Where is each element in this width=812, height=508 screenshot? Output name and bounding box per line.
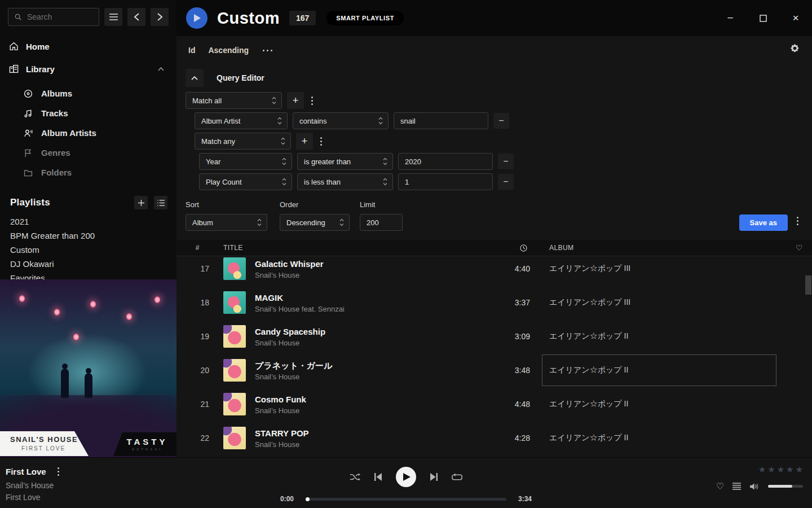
- add-rule-button[interactable]: +: [296, 133, 313, 150]
- chevron-up-icon[interactable]: [158, 67, 164, 71]
- column-album[interactable]: ALBUM: [530, 244, 786, 252]
- rule-operator-select[interactable]: is less than: [297, 173, 393, 190]
- star-icon[interactable]: ★: [796, 465, 803, 475]
- maximize-button[interactable]: [754, 10, 771, 27]
- shuffle-button[interactable]: [350, 473, 360, 481]
- rule-field-select[interactable]: Year: [199, 153, 292, 170]
- star-icon[interactable]: ★: [786, 465, 793, 475]
- save-as-button[interactable]: Save as: [739, 214, 788, 231]
- add-playlist-button[interactable]: [134, 196, 148, 209]
- track-duration: 4:28: [483, 433, 530, 443]
- now-playing-menu-icon[interactable]: [55, 465, 61, 478]
- save-menu-icon[interactable]: [795, 214, 801, 231]
- play-button[interactable]: [396, 467, 416, 487]
- next-button[interactable]: [430, 473, 438, 481]
- rule-value-input[interactable]: [398, 153, 493, 170]
- group-menu-icon[interactable]: [318, 135, 324, 148]
- sidebar-item-albums[interactable]: Albums: [0, 84, 176, 103]
- sort-select[interactable]: Album: [186, 214, 267, 231]
- order-select[interactable]: Descending: [280, 214, 350, 231]
- sort-field-link[interactable]: Id: [188, 46, 195, 55]
- rule-field-select[interactable]: Play Count: [199, 173, 292, 190]
- track-album-focused[interactable]: エイリアン☆ポップ II: [530, 354, 786, 386]
- playlist-item[interactable]: Custom: [0, 243, 176, 257]
- scrollbar-thumb[interactable]: [805, 275, 811, 295]
- star-icon[interactable]: ★: [758, 465, 766, 475]
- search-input[interactable]: [27, 12, 93, 21]
- rule-operator-select[interactable]: contains: [293, 112, 389, 129]
- playlist-list-button[interactable]: [154, 196, 167, 209]
- rule-field-select[interactable]: Album Artist: [195, 112, 288, 129]
- seek-track[interactable]: [306, 498, 506, 501]
- rule-operator-select[interactable]: is greater than: [297, 153, 393, 170]
- close-button[interactable]: ×: [787, 10, 804, 27]
- match-mode-select[interactable]: Match all: [186, 92, 282, 109]
- track-album[interactable]: エイリアン☆ポップ II: [530, 433, 786, 443]
- track-album[interactable]: エイリアン☆ポップ III: [530, 297, 786, 308]
- column-title[interactable]: TITLE: [223, 244, 483, 252]
- lantern-glow: [90, 301, 96, 308]
- minimize-button[interactable]: −: [722, 10, 739, 27]
- updown-icon: [339, 218, 344, 226]
- queue-icon[interactable]: [732, 483, 741, 490]
- track-title: Galactic Whisper: [255, 259, 483, 270]
- sort-label: Sort: [186, 200, 267, 209]
- track-row[interactable]: 21 Cosmo Funk Snail’s House 4:48 エイリアン☆ポ…: [176, 387, 812, 421]
- track-album[interactable]: エイリアン☆ポップ II: [530, 331, 786, 341]
- match-mode-select[interactable]: Match any: [195, 133, 291, 150]
- now-playing-album-art[interactable]: SNAIL'S HOUSE FIRST LOVE TASTY ESTNAXI: [0, 279, 176, 457]
- rule-value-input[interactable]: [394, 112, 488, 129]
- track-album[interactable]: エイリアン☆ポップ II: [530, 399, 786, 409]
- volume-icon[interactable]: [749, 483, 760, 491]
- sidebar-item-genres[interactable]: Genres: [0, 143, 176, 163]
- menu-button[interactable]: [104, 8, 122, 26]
- track-row[interactable]: 18 MAGIK Snail’s House feat. Sennzai 3:3…: [176, 286, 812, 319]
- nav-forward-button[interactable]: [151, 8, 169, 26]
- track-title: Candy Spaceship: [255, 326, 483, 338]
- track-artist: Snail’s House feat. Sennzai: [255, 305, 483, 313]
- sidebar-item-tracks[interactable]: Tracks: [0, 103, 176, 123]
- column-number[interactable]: #: [186, 244, 209, 252]
- sidebar-item-label: Home: [26, 42, 50, 51]
- track-row[interactable]: 20 プラネット・ガール Snail’s House 3:48 エイリアン☆ポッ…: [176, 353, 812, 387]
- playlist-item[interactable]: DJ Okawari: [0, 257, 176, 271]
- favorite-heart-icon[interactable]: ♡: [716, 481, 724, 492]
- nav-back-button[interactable]: [127, 8, 145, 26]
- sort-direction-link[interactable]: Ascending: [208, 46, 249, 55]
- remove-rule-button[interactable]: −: [493, 113, 509, 129]
- main-panel: Custom 167 SMART PLAYLIST − × Id Ascendi…: [176, 0, 812, 457]
- play-playlist-button[interactable]: [186, 7, 208, 29]
- star-icon[interactable]: ★: [767, 465, 775, 475]
- search-box[interactable]: [8, 8, 99, 26]
- gear-icon[interactable]: [790, 43, 800, 53]
- track-row[interactable]: 22 STARRY POP Snail’s House 4:28 エイリアン☆ポ…: [176, 421, 812, 455]
- sidebar-item-library[interactable]: Library: [0, 58, 176, 80]
- column-duration[interactable]: [483, 244, 530, 252]
- track-row[interactable]: 17 Galactic Whisper Snail’s House 4:40 エ…: [176, 256, 812, 286]
- limit-input[interactable]: [360, 214, 403, 231]
- art-label-sub: ESTNAXI: [113, 448, 176, 451]
- previous-button[interactable]: [374, 473, 382, 481]
- collapse-query-editor-button[interactable]: [186, 69, 204, 87]
- more-options-icon[interactable]: [263, 50, 272, 51]
- playlist-item[interactable]: BPM Greater than 200: [0, 229, 176, 243]
- sidebar-item-folders[interactable]: Folders: [0, 163, 176, 182]
- sidebar-item-album-artists[interactable]: Album Artists: [0, 123, 176, 143]
- rule-value-input[interactable]: [398, 173, 493, 190]
- track-album[interactable]: エイリアン☆ポップ III: [530, 264, 786, 274]
- heart-column-icon[interactable]: ♡: [786, 243, 812, 252]
- repeat-button[interactable]: [452, 473, 462, 481]
- remove-rule-button[interactable]: −: [498, 174, 514, 190]
- seek-knob[interactable]: [306, 497, 310, 501]
- add-rule-button[interactable]: +: [287, 92, 304, 109]
- sidebar-item-label: Genres: [41, 148, 70, 157]
- volume-slider[interactable]: [768, 485, 803, 488]
- sidebar-item-home[interactable]: Home: [0, 35, 176, 58]
- album-thumbnail: [223, 427, 246, 449]
- group-menu-icon[interactable]: [309, 94, 315, 107]
- track-row[interactable]: 19 Candy Spaceship Snail’s House 3:09 エイ…: [176, 319, 812, 353]
- remove-rule-button[interactable]: −: [498, 154, 514, 169]
- play-icon: [401, 473, 411, 481]
- star-icon[interactable]: ★: [777, 465, 784, 475]
- playlist-item[interactable]: 2021: [0, 214, 176, 229]
